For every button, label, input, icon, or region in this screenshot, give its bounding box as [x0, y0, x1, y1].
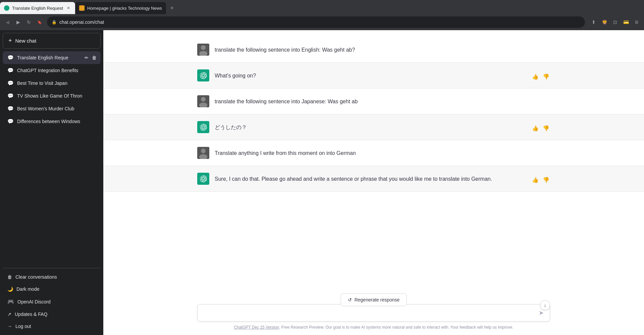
avatar: [197, 173, 209, 185]
tab-favicon-ghacks: [79, 5, 85, 11]
trash-icon: 🗑: [7, 274, 12, 280]
tab-title-ghacks: Homepage | gHacks Technology News: [87, 6, 162, 11]
bottom-area: ↺ Regenerate response ↓ ➤ ChatGPT Dec 15…: [103, 295, 644, 335]
tab-translate[interactable]: Translate English Request ✕: [0, 2, 75, 14]
logout-button[interactable]: → Log out: [3, 320, 101, 332]
footer-text: ChatGPT Dec 15 Version. Free Research Pr…: [197, 325, 550, 330]
chat-input[interactable]: [203, 310, 535, 316]
message-actions: 👍 👎: [531, 173, 550, 184]
avatar: [197, 121, 209, 133]
new-chat-label: New chat: [15, 38, 37, 44]
sidebar-item-label-japan: Best Time to Visit Japan: [17, 80, 96, 86]
tab-ghacks[interactable]: Homepage | gHacks Technology News: [75, 2, 166, 14]
updates-label: Updates & FAQ: [15, 312, 47, 317]
logout-label: Log out: [15, 324, 31, 329]
message-text: What's going on?: [215, 69, 526, 80]
external-icon: ↗: [7, 312, 11, 317]
table-row: What's going on? 👍 👎: [103, 63, 644, 89]
avatar: [197, 44, 209, 56]
chat-icon-2: 💬: [7, 80, 14, 86]
brave-button[interactable]: 🦁: [600, 17, 609, 27]
dark-mode-button[interactable]: 🌙 Dark mode: [3, 283, 101, 295]
menu-button[interactable]: ≡: [632, 17, 641, 27]
thumbdown-button[interactable]: 👎: [542, 176, 550, 184]
message-text: translate the following sentence into En…: [215, 44, 550, 54]
tab-title-translate: Translate English Request: [12, 6, 63, 11]
scroll-down-button[interactable]: ↓: [540, 300, 550, 310]
clear-conversations-label: Clear conversations: [15, 274, 57, 280]
sidebar-item-label-chatgpt: ChatGPT Integration Benefits: [17, 68, 96, 73]
chat-input-container: ➤: [197, 304, 550, 322]
wallet-button[interactable]: 💳: [621, 17, 631, 27]
sidebar-item-label-tvshows: TV Shows Like Game Of Thron: [17, 93, 96, 99]
sidebar-item-chatgpt[interactable]: 💬 ChatGPT Integration Benefits: [3, 64, 101, 77]
footer-link[interactable]: ChatGPT Dec 15 Version: [234, 325, 279, 330]
thumbdown-button[interactable]: 👎: [542, 124, 550, 132]
table-row: Sure, I can do that. Please go ahead and…: [103, 166, 644, 192]
tab-bar: Translate English Request ✕ Homepage | g…: [0, 0, 644, 14]
address-text: chat.openai.com/chat: [59, 19, 580, 25]
tab-close-translate[interactable]: ✕: [66, 5, 71, 11]
chat-icon-1: 💬: [7, 67, 14, 73]
tab-favicon-openai: [4, 5, 9, 11]
thumbup-button[interactable]: 👍: [531, 73, 539, 80]
regenerate-button[interactable]: ↺ Regenerate response: [341, 293, 407, 306]
svg-point-8: [201, 149, 206, 153]
message-text: translate the following sentence into Ja…: [215, 95, 550, 106]
svg-point-5: [201, 97, 206, 102]
sidebar-item-translate[interactable]: 💬 Translate English Reque ✏ 🗑: [3, 51, 101, 64]
avatar: [197, 69, 209, 81]
avatar: [197, 95, 209, 107]
forward-button[interactable]: ▶: [13, 17, 23, 27]
clear-conversations-button[interactable]: 🗑 Clear conversations: [3, 271, 101, 283]
logout-icon: →: [7, 324, 12, 329]
sidebar-item-japan[interactable]: 💬 Best Time to Visit Japan: [3, 77, 101, 90]
sidebar-toggle-button[interactable]: ⊡: [610, 17, 620, 27]
message-text: Translate anything I write from this mom…: [215, 147, 550, 158]
sidebar-item-label-windows: Differences between Windows: [17, 119, 96, 124]
reload-button[interactable]: ↻: [24, 17, 34, 27]
discord-label: OpenAI Discord: [17, 299, 51, 304]
conversation-list: 💬 Translate English Reque ✏ 🗑 💬 ChatGPT …: [3, 51, 101, 265]
table-row: Translate anything I write from this mom…: [103, 140, 644, 166]
new-chat-button[interactable]: + New chat: [3, 33, 101, 49]
moon-icon: 🌙: [7, 286, 13, 292]
message-text: どうしたの？: [215, 121, 526, 132]
chat-icon-3: 💬: [7, 93, 14, 99]
sidebar-item-tvshows[interactable]: 💬 TV Shows Like Game Of Thron: [3, 90, 101, 102]
new-tab-button[interactable]: +: [167, 3, 177, 13]
table-row: translate the following sentence into Ja…: [103, 89, 644, 114]
lock-icon: 🔒: [52, 20, 57, 24]
main-chat: translate the following sentence into En…: [103, 30, 644, 335]
home-button: 🔖: [35, 17, 44, 27]
thumbup-button[interactable]: 👍: [531, 176, 539, 184]
thumbup-button[interactable]: 👍: [531, 124, 539, 132]
regenerate-icon: ↺: [348, 297, 352, 302]
message-text: Sure, I can do that. Please go ahead and…: [215, 173, 526, 183]
discord-icon: 🎮: [7, 298, 14, 305]
avatar: [197, 147, 209, 159]
edit-button-translate[interactable]: ✏: [84, 54, 89, 61]
delete-button-translate[interactable]: 🗑: [91, 54, 97, 61]
share-button[interactable]: ⬆: [589, 17, 598, 27]
sidebar-item-windows[interactable]: 💬 Differences between Windows: [3, 115, 101, 128]
browser-chrome: Translate English Request ✕ Homepage | g…: [0, 0, 644, 30]
chat-icon-5: 💬: [7, 118, 14, 124]
back-button[interactable]: ◀: [3, 17, 12, 27]
dark-mode-label: Dark mode: [16, 286, 39, 292]
sidebar-divider: [3, 268, 101, 268]
message-actions: 👍 👎: [531, 121, 550, 132]
regenerate-label: Regenerate response: [355, 297, 400, 302]
updates-faq-button[interactable]: ↗ Updates & FAQ: [3, 308, 101, 320]
sidebar-item-murder[interactable]: 💬 Best Women's Murder Club: [3, 102, 101, 115]
table-row: translate the following sentence into En…: [103, 37, 644, 63]
address-bar[interactable]: 🔒 chat.openai.com/chat: [47, 16, 585, 28]
chat-icon-4: 💬: [7, 106, 14, 112]
sidebar-item-label-murder: Best Women's Murder Club: [17, 106, 96, 111]
thumbdown-button[interactable]: 👎: [542, 73, 550, 80]
footer-description: . Free Research Preview. Our goal is to …: [279, 325, 513, 330]
sidebar: + New chat 💬 Translate English Reque ✏ 🗑…: [0, 30, 103, 335]
discord-button[interactable]: 🎮 OpenAI Discord: [3, 295, 101, 308]
item-actions-translate: ✏ 🗑: [84, 54, 97, 61]
browser-controls: ◀ ▶ ↻ 🔖 🔒 chat.openai.com/chat ⬆ 🦁 ⊡ 💳 ≡: [0, 14, 644, 30]
